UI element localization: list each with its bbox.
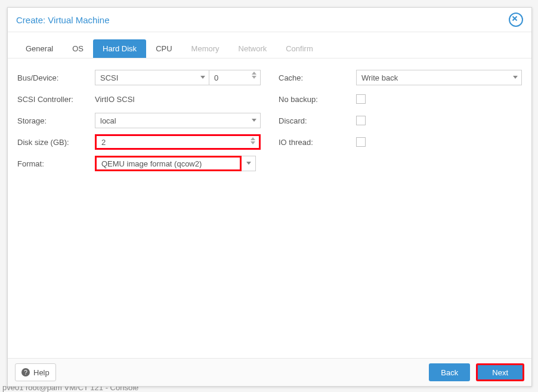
disk-size-spinner[interactable]: 2 xyxy=(95,134,261,150)
io-thread-label: IO thread: xyxy=(279,138,356,147)
storage-label: Storage: xyxy=(17,116,95,125)
back-button[interactable]: Back xyxy=(429,363,470,381)
bus-device-label: Bus/Device: xyxy=(17,73,95,82)
format-dropdown[interactable]: QEMU image format (qcow2) xyxy=(95,156,242,171)
right-column: Cache: Write back No backup: Discard: IO… xyxy=(279,69,522,347)
scsi-controller-label: SCSI Controller: xyxy=(17,95,95,104)
row-discard: Discard: xyxy=(279,112,522,129)
row-bus-device: Bus/Device: SCSI 0 xyxy=(17,69,261,86)
tab-general[interactable]: General xyxy=(16,39,63,58)
disk-size-label: Disk size (GB): xyxy=(17,138,95,147)
dialog-footer: ? Help Back Next xyxy=(8,358,531,386)
bus-dropdown[interactable]: SCSI xyxy=(95,70,209,85)
discard-label: Discard: xyxy=(279,116,356,125)
cache-label: Cache: xyxy=(279,73,356,82)
format-value: QEMU image format (qcow2) xyxy=(101,159,202,168)
tab-memory: Memory xyxy=(182,39,229,58)
storage-dropdown[interactable]: local xyxy=(95,113,261,128)
row-format: Format: QEMU image format (qcow2) xyxy=(17,155,261,172)
io-thread-checkbox[interactable] xyxy=(356,137,366,147)
row-cache: Cache: Write back xyxy=(279,69,522,86)
tab-os[interactable]: OS xyxy=(63,39,93,58)
no-backup-checkbox[interactable] xyxy=(356,94,366,104)
stepper-icon[interactable] xyxy=(251,72,258,79)
help-button[interactable]: ? Help xyxy=(15,363,56,381)
discard-checkbox[interactable] xyxy=(356,116,366,125)
row-disk-size: Disk size (GB): 2 xyxy=(17,134,261,150)
dialog-header: Create: Virtual Machine xyxy=(8,8,531,32)
row-scsi-controller: SCSI Controller: VirtIO SCSI xyxy=(17,91,261,107)
stepper-icon[interactable] xyxy=(249,137,256,144)
help-icon: ? xyxy=(21,368,30,376)
row-no-backup: No backup: xyxy=(279,91,522,107)
format-caret[interactable] xyxy=(242,156,256,171)
cache-dropdown[interactable]: Write back xyxy=(356,70,522,85)
tab-cpu[interactable]: CPU xyxy=(146,39,181,58)
tab-network: Network xyxy=(229,39,277,58)
scsi-controller-value: VirtIO SCSI xyxy=(95,95,261,104)
next-button[interactable]: Next xyxy=(476,363,524,381)
tab-hard-disk[interactable]: Hard Disk xyxy=(93,39,146,58)
close-icon[interactable] xyxy=(509,13,523,27)
bus-value: SCSI xyxy=(100,73,118,82)
device-value: 0 xyxy=(214,73,218,82)
format-label: Format: xyxy=(17,159,95,168)
left-column: Bus/Device: SCSI 0 SCSI Controller: xyxy=(17,69,261,347)
dialog-body: Bus/Device: SCSI 0 SCSI Controller: xyxy=(8,58,531,358)
wizard-tabbar: General OS Hard Disk CPU Memory Network … xyxy=(8,32,531,58)
dialog-title: Create: Virtual Machine xyxy=(16,15,509,25)
help-label: Help xyxy=(33,368,50,377)
storage-value: local xyxy=(100,116,116,125)
no-backup-label: No backup: xyxy=(279,95,356,104)
create-vm-dialog: Create: Virtual Machine General OS Hard … xyxy=(7,7,532,387)
device-spinner[interactable]: 0 xyxy=(209,70,261,85)
chevron-down-icon xyxy=(246,162,251,165)
chevron-down-icon xyxy=(200,76,205,79)
chevron-down-icon xyxy=(252,119,256,122)
chevron-down-icon xyxy=(513,76,518,79)
tab-confirm: Confirm xyxy=(276,39,323,58)
row-io-thread: IO thread: xyxy=(279,134,522,150)
row-storage: Storage: local xyxy=(17,112,261,129)
cache-value: Write back xyxy=(361,73,398,82)
disk-size-value: 2 xyxy=(101,138,106,147)
